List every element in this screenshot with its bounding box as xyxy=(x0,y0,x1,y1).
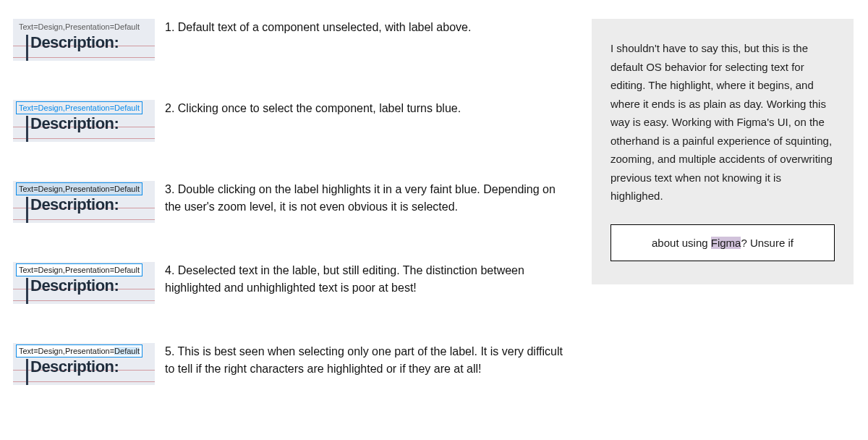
component-label: Text=Design,Presentation=Default xyxy=(16,20,142,33)
caption-5: 5. This is best seen when selecting only… xyxy=(165,343,563,378)
thumbnail-highlighted: Text=Design,Presentation=Default Descrip… xyxy=(13,181,155,223)
thumbnail-text: Description: xyxy=(30,358,119,376)
example-text-selected: Figma xyxy=(711,237,741,249)
example-row-4: Text=Design,Presentation=Default Descrip… xyxy=(13,262,563,304)
text-cursor-bar xyxy=(26,35,28,61)
thumbnail-text: Description: xyxy=(30,114,119,133)
example-row-2: Text=Design,Presentation=Default Descrip… xyxy=(13,100,563,142)
thumbnail-text: Description: xyxy=(30,195,119,214)
example-row-3: Text=Design,Presentation=Default Descrip… xyxy=(13,181,563,223)
component-label: Text=Design,Presentation=Default xyxy=(16,182,142,195)
example-row-5: Text=Design,Presentation=Default Descrip… xyxy=(13,343,563,385)
thumbnail-text: Description: xyxy=(30,276,119,295)
example-text-after: ? Unsure if xyxy=(741,237,793,249)
thumbnail-default: Text=Design,Presentation=Default Descrip… xyxy=(13,19,155,61)
side-panel: I shouldn't have to say this, but this i… xyxy=(592,19,854,284)
os-selection-example: about using Figma? Unsure if xyxy=(610,224,835,261)
example-row-1: Text=Design,Presentation=Default Descrip… xyxy=(13,19,563,61)
side-paragraph: I shouldn't have to say this, but this i… xyxy=(610,39,835,206)
label-prefix: Text=Design,Presentation= xyxy=(19,347,114,355)
thumbnail-partial-select: Text=Design,Presentation=Default Descrip… xyxy=(13,343,155,385)
caption-3: 3. Double clicking on the label highligh… xyxy=(165,181,563,216)
thumbnail-text: Description: xyxy=(30,33,119,52)
component-label: Text=Design,Presentation=Default xyxy=(16,101,142,114)
examples-column: Text=Design,Presentation=Default Descrip… xyxy=(13,19,563,427)
thumbnail-editing: Text=Design,Presentation=Default Descrip… xyxy=(13,262,155,304)
component-label: Text=Design,Presentation=Default xyxy=(16,263,142,276)
example-text-before: about using xyxy=(652,237,711,249)
caption-2: 2. Clicking once to select the component… xyxy=(165,100,563,117)
label-highlight: Default xyxy=(114,347,140,355)
component-label: Text=Design,Presentation=Default xyxy=(16,344,142,358)
caption-4: 4. Deselected text in the lable, but sti… xyxy=(165,262,563,297)
caption-1: 1. Default text of a component unselecte… xyxy=(165,19,563,36)
thumbnail-selected: Text=Design,Presentation=Default Descrip… xyxy=(13,100,155,142)
